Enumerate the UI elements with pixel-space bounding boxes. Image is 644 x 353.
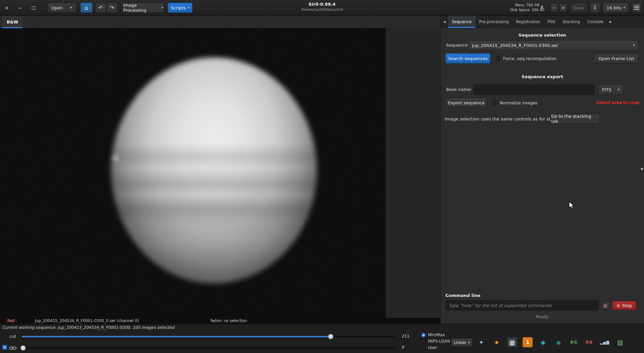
right-panel: ◀ Sequence Pre-processing Registration P… (440, 16, 644, 324)
hamburger-icon (634, 6, 639, 6)
zoom-value: 8 (538, 5, 546, 10)
tab-plot[interactable]: Plot (544, 16, 559, 28)
star-detection-icon[interactable]: ★ (492, 337, 502, 347)
tab-bw[interactable]: B&W (2, 16, 23, 28)
hamburger-menu-button[interactable] (632, 3, 641, 13)
low-level-slider[interactable] (21, 347, 394, 349)
redo-button[interactable]: ↷ (107, 3, 117, 13)
tab-pre-processing[interactable]: Pre-processing (475, 16, 512, 28)
base-name-input[interactable] (474, 85, 594, 95)
scripts-button[interactable]: Scripts ▾ (168, 3, 193, 13)
display-mode-mips[interactable]: MIPS-LO/HI (421, 339, 450, 344)
image-viewer-pane: B&W Red Jup_200415_204534_R_F0001-0300_0… (0, 16, 440, 324)
save-label: Save (573, 5, 584, 10)
save-as-button[interactable]: ⇩ (590, 3, 600, 13)
mips-label: MIPS-LO/HI (428, 339, 450, 344)
tabs-scroll-right-icon[interactable]: ▶ (607, 16, 614, 28)
processing-status: Ready. (441, 314, 644, 319)
histogram-icon[interactable]: ▂▅▇ (600, 337, 610, 347)
bw-tab-label: B&W (7, 19, 18, 24)
tag-cyan-icon[interactable]: ◈ (538, 337, 548, 347)
undo-icon: ↶ (98, 5, 103, 11)
open-button[interactable]: Open (48, 3, 66, 13)
command-line-title: Command line (445, 293, 480, 298)
tabs-scroll-left-icon[interactable]: ◀ (441, 16, 448, 28)
command-list-icon: ▤ (603, 303, 607, 308)
mouse-cursor (569, 201, 576, 209)
go-to-stacking-tab-button[interactable]: Go to the stacking tab (551, 114, 600, 124)
force-seq-recompute-checkbox[interactable] (496, 56, 500, 61)
panel-expand-icon[interactable]: ▶ (641, 167, 644, 170)
display-mode-minmax[interactable]: Min/Max (421, 332, 445, 338)
working-directory: /home/cyril/Videos/siril (235, 7, 409, 12)
high-level-slider[interactable] (21, 336, 394, 337)
chevron-down-icon: ▾ (624, 6, 625, 9)
minmax-radio[interactable] (421, 333, 426, 337)
export-sequence-button[interactable]: Export sequence (445, 98, 487, 108)
scale-mode-dropdown[interactable]: Linear ▾ (451, 338, 473, 347)
open-frame-list-button[interactable]: Open Frame List (594, 53, 639, 63)
cut-checkbox[interactable] (2, 334, 7, 339)
save-button[interactable]: Save (570, 3, 587, 13)
mips-radio[interactable] (421, 339, 426, 344)
user-radio[interactable] (421, 346, 426, 350)
first-frame-icon[interactable]: 1 (523, 337, 533, 347)
bit-depth-label: 16 bits (606, 5, 621, 10)
home-button[interactable]: ⌂ (80, 3, 93, 13)
command-line-input[interactable] (445, 300, 598, 310)
export-format-dropdown[interactable]: FITS ▾ (598, 85, 623, 95)
sequence-selection-title: Sequence selection (441, 33, 644, 38)
stop-button[interactable]: ⊘ Stop (612, 301, 636, 310)
chevron-down-icon: ▾ (468, 341, 470, 344)
jupiter-image (111, 57, 317, 284)
normalize-images-checkbox[interactable] (492, 100, 497, 105)
bottom-status-bar: Current working sequence: Jup_200415_204… (0, 324, 644, 353)
download-icon: ⇩ (593, 5, 597, 11)
chevron-down-icon: ▾ (188, 6, 190, 9)
sequence-dropdown[interactable]: Jup_200415_204534_R_F0001-0300.ser ▾ (468, 40, 639, 50)
bg-channels-icon[interactable]: BG (569, 337, 579, 347)
open-recent-button[interactable]: ▾ (66, 3, 76, 13)
image-processing-label: Image Processing (123, 3, 160, 13)
force-seq-recompute-label: Force .seq recomputation (503, 56, 557, 61)
siril-window: × − Open ▾ ⌂ ↶ ↷ Image Processing ▾ Scri… (0, 0, 644, 353)
tag-teal-icon[interactable]: ◈ (553, 337, 564, 347)
viewer-tabbar: B&W (0, 16, 440, 28)
minimize-icon[interactable]: − (16, 4, 24, 12)
low-cut-checkbox[interactable] (2, 345, 7, 350)
plus-icon: + (561, 5, 565, 10)
fwhm-status: fwhm: no selection (211, 318, 247, 323)
select-area-to-crop-warning: Select area to crop (596, 100, 639, 105)
stacking-note: Image selection uses the same controls a… (445, 116, 566, 121)
minus-icon: − (552, 5, 556, 10)
export-format-value: FITS (602, 87, 611, 92)
high-slider-handle[interactable] (328, 334, 333, 339)
tab-console[interactable]: Console (584, 16, 607, 28)
sequence-export-title: Sequence export (441, 74, 644, 79)
tab-stacking[interactable]: Stacking (559, 16, 584, 28)
display-mode-user[interactable]: User (421, 345, 437, 350)
close-icon[interactable]: × (3, 4, 11, 12)
grid-icon[interactable]: ▦ (507, 337, 517, 347)
undo-button[interactable]: ↶ (95, 3, 106, 13)
chevron-down-icon: ▾ (70, 6, 72, 9)
restore-icon[interactable] (30, 4, 38, 12)
tab-sequence[interactable]: Sequence (448, 16, 475, 28)
tab-registration[interactable]: Registration (512, 16, 544, 28)
minmax-label: Min/Max (428, 333, 445, 337)
zoom-in-button[interactable]: + (559, 4, 567, 12)
command-list-button[interactable]: ▤ (601, 302, 610, 309)
link-channels-icon[interactable] (9, 346, 16, 351)
low-slider-handle[interactable] (20, 345, 26, 351)
image-canvas[interactable] (0, 28, 386, 318)
zoom-out-button[interactable]: − (550, 4, 558, 12)
bit-depth-dropdown[interactable]: 16 bits ▾ (603, 3, 629, 13)
wand-icon[interactable]: ✦ (476, 337, 486, 347)
search-sequences-button[interactable]: Search sequences (445, 53, 490, 63)
restore-box-icon (32, 6, 35, 10)
user-label: User (428, 345, 437, 350)
stop-label: Stop (622, 303, 632, 308)
image-display-icon[interactable]: ▧ (615, 337, 625, 347)
ra-channels-icon[interactable]: RA (584, 337, 594, 347)
image-processing-button[interactable]: Image Processing ▾ (123, 3, 164, 13)
